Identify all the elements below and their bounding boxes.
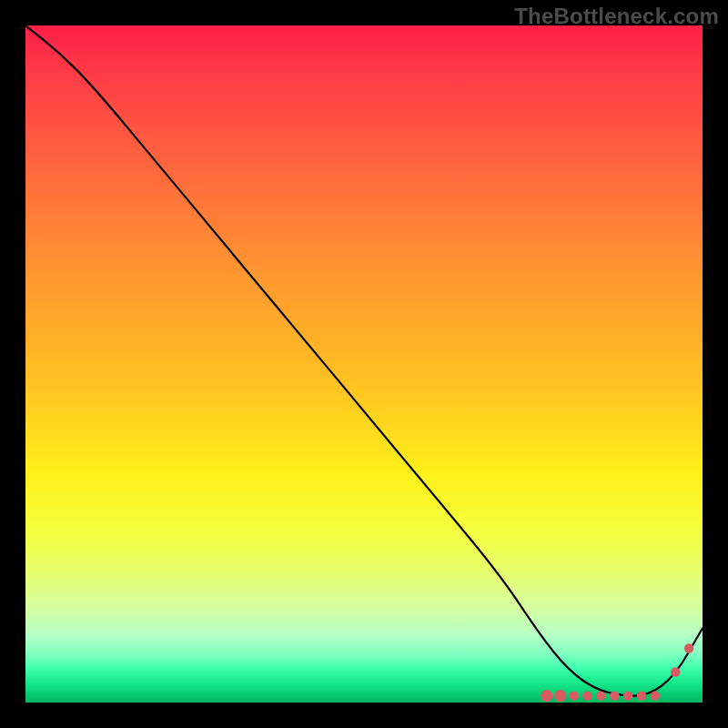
chart-frame: TheBottleneck.com [0, 0, 728, 728]
optimal-range-dots [541, 643, 693, 702]
optimal-dot [684, 643, 693, 652]
optimal-dot [637, 691, 646, 700]
optimal-dot [671, 667, 680, 676]
optimal-dot [569, 691, 578, 700]
watermark-text: TheBottleneck.com [514, 4, 719, 29]
optimal-dot [623, 691, 632, 700]
plot-area [25, 25, 703, 703]
optimal-dot [541, 690, 552, 702]
optimal-dot [582, 691, 592, 700]
optimal-dot [554, 690, 566, 702]
bottleneck-curve [25, 25, 703, 696]
optimal-dot [651, 691, 660, 700]
optimal-dot [610, 691, 619, 700]
optimal-dot [596, 691, 605, 700]
curve-overlay [25, 25, 703, 703]
